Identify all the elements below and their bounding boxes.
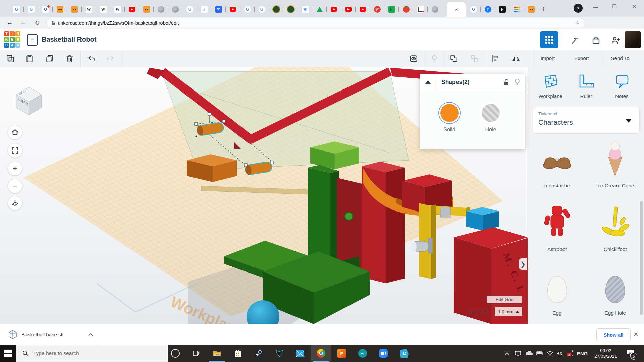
show-all-eye-button[interactable] bbox=[407, 52, 420, 65]
zoom-out-button[interactable]: − bbox=[8, 179, 22, 193]
view-cube[interactable]: BACK LEFT bbox=[16, 87, 42, 115]
pinned-tab-translate[interactable]: G bbox=[24, 4, 38, 14]
pinned-tab-youtube[interactable] bbox=[226, 4, 240, 14]
redo-button[interactable] bbox=[103, 52, 117, 65]
paste-button[interactable] bbox=[23, 52, 36, 65]
arduino-icon[interactable]: ∞ bbox=[352, 345, 373, 362]
sidebar-tool-ruler[interactable]: Ruler bbox=[569, 74, 603, 99]
shape-item-astrobot[interactable]: Astrobot bbox=[528, 205, 586, 267]
sidebar-scrollbar[interactable] bbox=[640, 201, 643, 315]
cast-icon[interactable] bbox=[513, 345, 523, 362]
taskbar-search[interactable] bbox=[16, 345, 168, 362]
speaker-icon[interactable] bbox=[555, 345, 565, 362]
pinned-tab-translate[interactable]: G bbox=[9, 4, 24, 14]
model-green-peg[interactable] bbox=[345, 212, 353, 220]
close-button[interactable]: ✕ bbox=[627, 0, 642, 13]
visibility-bulb-icon[interactable] bbox=[514, 78, 520, 86]
dashboard-grid-button[interactable] bbox=[540, 31, 558, 48]
pinned-tab-frame[interactable] bbox=[413, 4, 428, 14]
solid-swatch[interactable] bbox=[438, 102, 461, 124]
notification-center-icon[interactable]: 5 bbox=[623, 345, 638, 362]
reload-button[interactable]: ↻ bbox=[32, 18, 42, 28]
show-all-button[interactable]: Show all bbox=[596, 328, 631, 341]
undo-button[interactable] bbox=[85, 52, 99, 65]
pinned-tab-tomato[interactable] bbox=[399, 4, 413, 14]
chrome-icon[interactable] bbox=[311, 345, 331, 362]
pinned-tab-robot[interactable] bbox=[139, 4, 154, 14]
send-to-button[interactable]: Send To bbox=[611, 55, 630, 61]
search-input[interactable] bbox=[33, 350, 155, 357]
pinned-tab-threed[interactable]: 3D bbox=[211, 4, 226, 14]
pinned-tab-convert[interactable]: ⇄ bbox=[370, 4, 384, 14]
pinned-tab-facebook[interactable]: f bbox=[481, 4, 495, 14]
tinkercad-avatar[interactable] bbox=[625, 31, 641, 48]
shape-item-egg[interactable]: Egg bbox=[528, 268, 586, 331]
export-button[interactable]: Export bbox=[574, 55, 589, 61]
sidebar-tool-notes[interactable]: Notes bbox=[604, 74, 639, 99]
design-title[interactable]: Basketball Robot bbox=[42, 36, 96, 43]
pinned-tab-youtube[interactable] bbox=[356, 4, 370, 14]
url-omnibox[interactable]: tinkercad.com/things/bzZ2siwsOfm-basketb… bbox=[46, 18, 585, 28]
wifi-icon[interactable] bbox=[545, 345, 555, 362]
bookmark-star-icon[interactable]: ☆ bbox=[575, 19, 580, 26]
pinned-tab-youtube[interactable] bbox=[327, 4, 341, 14]
pinned-tab-globe[interactable] bbox=[154, 4, 168, 14]
pinned-tab-globe[interactable] bbox=[428, 4, 442, 14]
back-button[interactable]: ← bbox=[5, 18, 15, 28]
stl-file-icon[interactable] bbox=[8, 330, 17, 339]
pinned-tab-google[interactable]: G bbox=[466, 4, 481, 14]
tray-expand-chevron[interactable] bbox=[502, 345, 512, 362]
new-tab-button[interactable]: + bbox=[539, 4, 549, 14]
forward-button[interactable]: → bbox=[18, 18, 28, 28]
onedrive-icon[interactable] bbox=[524, 345, 534, 362]
pinned-tab-google[interactable]: G bbox=[182, 4, 197, 14]
pinned-tab-flower[interactable]: ✱ bbox=[298, 4, 312, 14]
cortana-icon[interactable] bbox=[165, 345, 186, 362]
pinned-tab-robot[interactable] bbox=[524, 4, 538, 14]
zoom-in-button[interactable]: + bbox=[8, 161, 22, 176]
sidebar-collapse-chevron[interactable]: ❯ bbox=[519, 258, 527, 270]
delete-button[interactable] bbox=[63, 52, 76, 65]
predator-icon[interactable] bbox=[269, 345, 290, 362]
home-view-button[interactable] bbox=[8, 125, 22, 140]
edit-grid-button[interactable]: Edit Grid bbox=[487, 296, 522, 303]
tinker-pickaxe-icon[interactable] bbox=[569, 35, 580, 46]
ungroup-button[interactable] bbox=[468, 52, 481, 65]
duplicate-button[interactable] bbox=[43, 52, 56, 65]
pinned-tab-google[interactable]: G bbox=[240, 4, 255, 14]
clock[interactable]: 00:02 27/03/2021 bbox=[589, 345, 623, 362]
group-button[interactable] bbox=[447, 52, 461, 65]
pinned-tab-ft[interactable]: F bbox=[495, 4, 509, 14]
pinned-tab-tinkercad[interactable] bbox=[509, 4, 524, 14]
pinned-tab-fandom[interactable]: F bbox=[384, 4, 399, 14]
document-menu-icon[interactable]: ≡ bbox=[27, 34, 38, 46]
zoom-icon[interactable] bbox=[373, 345, 394, 362]
align-button[interactable] bbox=[489, 52, 502, 65]
mirror-button[interactable] bbox=[509, 52, 523, 65]
minimize-button[interactable]: — bbox=[588, 0, 603, 13]
start-button[interactable] bbox=[0, 345, 16, 362]
tab-close-icon[interactable]: × bbox=[455, 7, 458, 12]
hole-swatch[interactable] bbox=[480, 102, 502, 124]
shape-item-ice-cream-cone[interactable]: Ice Cream Cone bbox=[586, 141, 644, 203]
pinned-tab-globe[interactable] bbox=[168, 4, 182, 14]
snap-grid-dropdown[interactable]: 1.0 mm bbox=[495, 307, 522, 316]
pinned-tab-seal[interactable] bbox=[269, 4, 283, 14]
task-view-icon[interactable] bbox=[186, 345, 207, 362]
import-button[interactable]: Import bbox=[541, 55, 555, 61]
battery-icon[interactable] bbox=[535, 345, 545, 362]
language-indicator[interactable]: ENG bbox=[576, 345, 589, 362]
tray-app-badge-icon[interactable]: 3 bbox=[566, 345, 575, 362]
download-menu-chevron[interactable] bbox=[87, 330, 95, 339]
pinned-tab-seal[interactable] bbox=[283, 4, 298, 14]
pinned-tab-wiki[interactable]: W bbox=[110, 4, 125, 14]
fusion360-icon[interactable]: F bbox=[331, 345, 352, 362]
mail-icon[interactable] bbox=[290, 345, 311, 362]
shape-item-chick-foot[interactable]: Chick foot bbox=[586, 205, 644, 267]
light-bulb-button[interactable] bbox=[428, 52, 441, 65]
sidebar-tool-workplane[interactable]: Workplane bbox=[533, 74, 568, 99]
pinned-tab-wiki[interactable]: W bbox=[82, 4, 96, 14]
media-controls-icon[interactable]: ▾ bbox=[574, 4, 583, 13]
cura-icon[interactable]: C bbox=[394, 345, 415, 362]
steam-icon[interactable] bbox=[248, 345, 269, 362]
